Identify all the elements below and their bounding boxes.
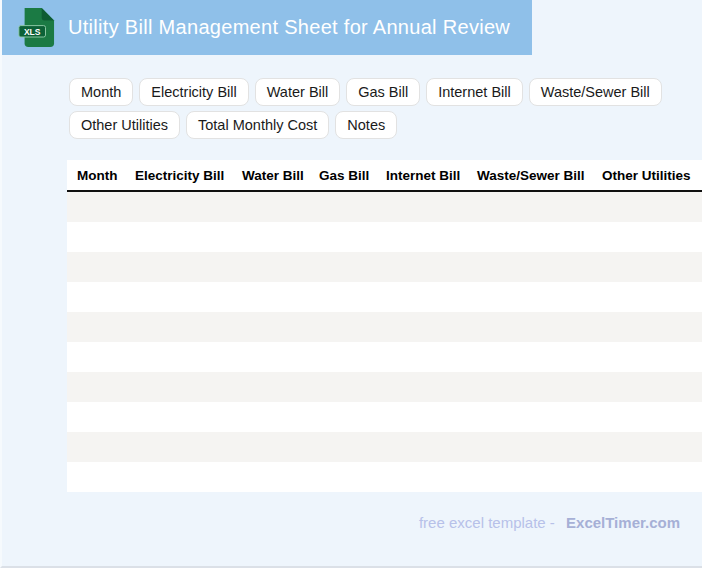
table-row [67,192,702,222]
column-header-gas-bill: Gas Bill [309,168,376,183]
page: XLS Utility Bill Management Sheet for An… [0,0,702,568]
column-header-water-bill: Water Bill [232,168,309,183]
table-header-row: MonthElectricity BillWater BillGas BillI… [67,160,702,192]
chip-total-monthly-cost[interactable]: Total Monthly Cost [186,111,329,139]
column-header-internet-bill: Internet Bill [376,168,467,183]
chip-notes[interactable]: Notes [335,111,397,139]
footer-brand-link[interactable]: ExcelTimer.com [566,514,680,531]
chips-row: MonthElectricity BillWater BillGas BillI… [69,78,684,139]
xls-icon-label: XLS [24,27,41,37]
table-row [67,372,702,402]
table-row [67,222,702,252]
chip-gas-bill[interactable]: Gas Bill [346,78,420,106]
chip-internet-bill[interactable]: Internet Bill [426,78,523,106]
chip-other-utilities[interactable]: Other Utilities [69,111,180,139]
chip-waste-sewer-bill[interactable]: Waste/Sewer Bill [529,78,662,106]
table-row [67,402,702,432]
chip-month[interactable]: Month [69,78,133,106]
utility-bill-table: MonthElectricity BillWater BillGas BillI… [67,160,702,492]
table-row [67,312,702,342]
header-bar: XLS Utility Bill Management Sheet for An… [2,0,532,55]
table-row [67,462,702,492]
table-body [67,192,702,492]
column-header-other-utilities: Other Utilities [592,168,702,183]
chip-water-bill[interactable]: Water Bill [255,78,341,106]
column-header-month: Month [67,168,125,183]
page-title: Utility Bill Management Sheet for Annual… [68,16,510,39]
xls-file-icon: XLS [17,7,55,48]
table-row [67,252,702,282]
column-header-electricity-bill: Electricity Bill [125,168,232,183]
table-row [67,432,702,462]
footer-tagline: free excel template - [419,514,555,531]
footer: free excel template - ExcelTimer.com [419,514,680,531]
chip-electricity-bill[interactable]: Electricity Bill [139,78,248,106]
column-header-waste-sewer-bill: Waste/Sewer Bill [467,168,592,183]
table-row [67,282,702,312]
table-row [67,342,702,372]
